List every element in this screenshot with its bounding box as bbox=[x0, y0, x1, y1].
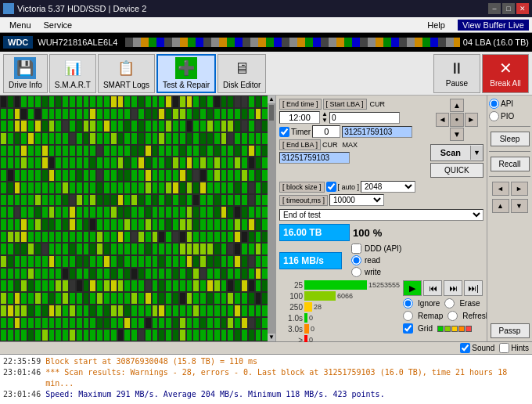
grid-checkbox[interactable] bbox=[403, 323, 413, 334]
window-title: Victoria 5.37 HDD/SSD | Device 2 bbox=[17, 4, 146, 13]
max-label: MAX bbox=[343, 141, 358, 149]
pause-button[interactable]: ⏸ Pause bbox=[433, 54, 480, 93]
progress-percent-sign: % bbox=[373, 227, 383, 239]
scroll-up-button[interactable]: ▲ bbox=[268, 96, 275, 103]
menubar: Menu Service Help View Buffer Live bbox=[0, 17, 532, 33]
scan-dropdown-arrow[interactable]: ▼ bbox=[470, 146, 483, 160]
ddd-label: DDD (API) bbox=[365, 244, 401, 253]
api-label: API bbox=[501, 99, 513, 108]
stat-value: 0 bbox=[311, 325, 315, 333]
scroll-thumb[interactable] bbox=[269, 105, 274, 121]
log-row: 23:01:46Speed: Maximum 291 MB/s. Average… bbox=[3, 389, 529, 400]
scan-button[interactable]: Scan ▼ bbox=[430, 144, 483, 161]
stat-label: 25 bbox=[279, 281, 303, 290]
view-buffer-live-button[interactable]: View Buffer Live bbox=[458, 20, 529, 31]
recall-button[interactable]: Recall bbox=[491, 157, 530, 171]
sidebar-up-button[interactable]: ▲ bbox=[492, 199, 509, 213]
menu-item-menu[interactable]: Menu bbox=[3, 20, 38, 31]
test-repair-button[interactable]: ➕ Test & Repair bbox=[156, 54, 216, 93]
arrow-center-button[interactable]: ● bbox=[450, 113, 463, 126]
refresh-radio[interactable] bbox=[448, 311, 458, 321]
arrow-right-button[interactable]: ► bbox=[465, 113, 478, 126]
read-radio[interactable] bbox=[351, 255, 361, 265]
end-lba-cur-input[interactable] bbox=[279, 152, 350, 164]
last-button[interactable]: ⏭| bbox=[464, 280, 483, 296]
total-label: 16.00 TB bbox=[283, 227, 322, 238]
speed-bar: 116 MB/s bbox=[279, 252, 342, 269]
sidebar-right-button[interactable]: ► bbox=[511, 182, 528, 196]
next-button[interactable]: ⏭ bbox=[444, 280, 462, 296]
log-time: 23:01:46 bbox=[3, 389, 41, 400]
titlebar: Victoria 5.37 HDD/SSD | Device 2 – □ ✕ bbox=[0, 0, 532, 17]
log-row: 22:35:59Block start at 30876930048 (15.8… bbox=[3, 356, 529, 367]
stat-label: 1.0s bbox=[279, 314, 303, 323]
log-message: Speed: Maximum 291 MB/s. Average 204 MB/… bbox=[45, 389, 384, 400]
timeout-select[interactable]: 10000 5000 30000 bbox=[329, 194, 384, 206]
disk-editor-button[interactable]: 🖥 Disk Editor bbox=[217, 54, 266, 93]
write-radio[interactable] bbox=[351, 267, 361, 277]
stat-bar bbox=[304, 313, 307, 323]
arrow-down-button[interactable]: ▼ bbox=[450, 128, 463, 141]
sound-label: Sound bbox=[472, 344, 494, 352]
sidebar-down-button[interactable]: ▼ bbox=[511, 199, 528, 213]
api-radio[interactable] bbox=[489, 99, 499, 109]
timeout-label: [ timeout,ms ] bbox=[279, 195, 328, 206]
stat-value: 0 bbox=[309, 314, 313, 322]
ddd-checkbox[interactable] bbox=[351, 243, 361, 254]
pio-radio[interactable] bbox=[489, 111, 499, 121]
drive-info-button[interactable]: 💾 Drive Info bbox=[3, 54, 48, 93]
auto-label: [ auto ] bbox=[338, 183, 360, 191]
remap-radio[interactable] bbox=[403, 311, 413, 321]
smart-logs-button[interactable]: 📋 SMART Logs bbox=[98, 54, 155, 93]
grid-color-3 bbox=[451, 326, 458, 332]
minimize-button[interactable]: – bbox=[488, 3, 501, 14]
smart-button[interactable]: 📊 S.M.A.R.T bbox=[49, 54, 96, 93]
ignore-radio[interactable] bbox=[403, 298, 413, 308]
sidebar-left-button[interactable]: ◄ bbox=[492, 182, 509, 196]
timer-checkbox[interactable] bbox=[279, 127, 289, 137]
end-lba-input[interactable] bbox=[342, 126, 412, 138]
log-time: 22:35:59 bbox=[3, 356, 41, 367]
block-size-select[interactable]: 2048 512 1024 4096 bbox=[361, 181, 415, 193]
sleep-button[interactable]: Sleep bbox=[491, 132, 530, 146]
stat-row: 100 6066 bbox=[279, 291, 400, 301]
stat-row: 3.0s 0 bbox=[279, 324, 400, 334]
maximize-button[interactable]: □ bbox=[502, 3, 515, 14]
prev-button[interactable]: ⏮ bbox=[423, 280, 442, 296]
device-bar-stripe bbox=[125, 38, 459, 47]
arrow-up-button[interactable]: ▲ bbox=[450, 99, 463, 112]
end-of-select[interactable]: End of test End of disk bbox=[279, 209, 483, 221]
menu-item-help[interactable]: Help bbox=[421, 20, 451, 31]
grid-color-4 bbox=[458, 326, 465, 332]
app-icon bbox=[3, 3, 14, 14]
remap-label: Remap bbox=[418, 312, 443, 320]
toolbar: 💾 Drive Info 📊 S.M.A.R.T 📋 SMART Logs ➕ … bbox=[0, 52, 532, 96]
timer-value-input[interactable] bbox=[312, 125, 340, 138]
test-repair-label: Test & Repair bbox=[163, 81, 210, 89]
quick-button[interactable]: QUICK bbox=[430, 163, 483, 178]
break-label: Break All bbox=[490, 79, 520, 88]
cur-label: CUR bbox=[370, 100, 386, 108]
start-lba-input[interactable] bbox=[329, 112, 400, 124]
log-row: 23:01:46*** Scan results: Warnings - 28,… bbox=[3, 367, 529, 389]
break-icon: ✕ bbox=[499, 59, 512, 78]
time-spinner-up[interactable]: ▲▼ bbox=[322, 111, 328, 124]
sound-checkbox[interactable] bbox=[460, 343, 470, 353]
ignore-label: Ignore bbox=[418, 299, 440, 308]
erase-radio[interactable] bbox=[444, 298, 455, 308]
arrow-cross: ▲ ◄ ● ► ▼ bbox=[436, 99, 478, 141]
stat-value: 15253555 bbox=[368, 281, 400, 289]
smart-logs-label: SMART Logs bbox=[103, 81, 149, 89]
auto-checkbox[interactable] bbox=[326, 182, 336, 192]
passp-button[interactable]: Passp bbox=[491, 323, 530, 338]
stat-label: 250 bbox=[279, 303, 303, 312]
separator-line bbox=[489, 126, 530, 127]
scroll-down-button[interactable]: ▼ bbox=[268, 334, 275, 341]
break-all-button[interactable]: ✕ Break All bbox=[482, 54, 529, 93]
arrow-left-button[interactable]: ◄ bbox=[436, 113, 449, 126]
close-button[interactable]: ✕ bbox=[516, 3, 529, 14]
time-input[interactable] bbox=[279, 111, 320, 124]
play-button[interactable]: ▶ bbox=[403, 280, 422, 296]
menu-item-service[interactable]: Service bbox=[38, 20, 79, 31]
hints-checkbox[interactable] bbox=[499, 343, 509, 353]
